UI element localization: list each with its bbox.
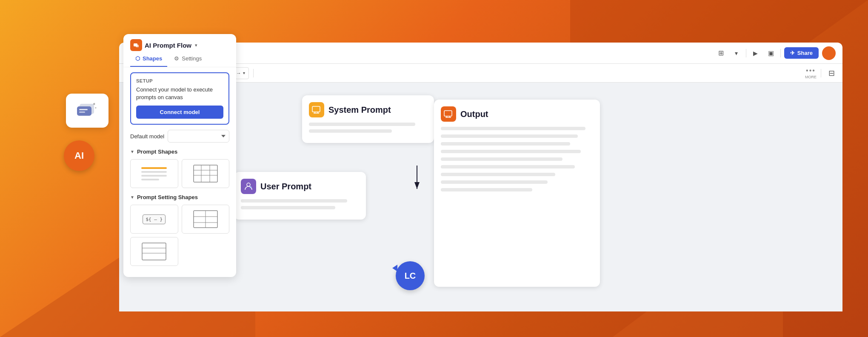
shape-lines-yellow xyxy=(141,167,167,180)
system-prompt-icon xyxy=(309,102,324,117)
logo-svg xyxy=(133,42,140,49)
setting-shape-3-preview xyxy=(137,241,171,262)
user-prompt-header: User Prompt xyxy=(241,179,359,194)
prompt-shapes-label: Prompt Shapes xyxy=(137,149,177,155)
panel-chevron-icon[interactable]: ▾ xyxy=(195,43,197,48)
svg-rect-17 xyxy=(142,243,166,260)
prompt-settings-grid: ${ — } xyxy=(130,205,229,266)
output-line-9 xyxy=(441,188,532,191)
output-icon-svg xyxy=(444,110,453,118)
more-dots-icon: ••• xyxy=(806,67,816,74)
setup-text: Connect your model to execute prompts on… xyxy=(136,86,223,101)
setup-box: SETUP Connect your model to execute prom… xyxy=(130,72,229,125)
share-label: Share xyxy=(797,50,813,56)
ai-icon-widget: ✦ ✦ xyxy=(66,94,108,128)
svg-rect-2 xyxy=(79,109,88,110)
shapes-tab-icon: ⬡ xyxy=(135,55,140,62)
model-select[interactable] xyxy=(168,130,229,143)
tab-settings[interactable]: ⚙ Settings xyxy=(169,51,207,67)
toolbar-separator-2 xyxy=(746,49,746,57)
user-prompt-line-2 xyxy=(241,206,335,209)
svg-rect-3 xyxy=(79,111,85,113)
default-model-row: Default model xyxy=(130,130,229,143)
ai-icon-svg: ✦ ✦ xyxy=(76,101,98,120)
user-avatar[interactable] xyxy=(822,46,836,60)
lc-badge: LC xyxy=(396,261,425,290)
ai-badge-label: AI xyxy=(74,150,84,161)
shape-yellow-line xyxy=(141,167,167,169)
arrow-right-icon: → xyxy=(236,70,241,76)
svg-point-27 xyxy=(247,183,250,186)
setting-shape-2-preview xyxy=(188,208,223,230)
panel-logo-row: AI Prompt Flow ▾ xyxy=(123,34,236,51)
output-line-7 xyxy=(441,173,555,176)
panel-tabs: ⬡ Shapes ⚙ Settings xyxy=(123,51,236,67)
system-prompt-line-1 xyxy=(309,123,415,126)
toolbar2-sep-3 xyxy=(821,69,821,77)
user-prompt-card[interactable]: User Prompt xyxy=(234,172,366,220)
svg-rect-29 xyxy=(444,111,452,116)
setting-table-svg xyxy=(193,210,218,228)
variable-shape: ${ — } xyxy=(143,214,166,224)
share-icon: ✈ xyxy=(790,50,795,56)
sidebar-toggle-button[interactable]: ⊟ xyxy=(825,67,837,79)
ai-badge: AI xyxy=(64,140,94,171)
shape-table-svg xyxy=(193,164,218,183)
output-icon xyxy=(441,106,456,122)
share-button[interactable]: ✈ Share xyxy=(784,47,819,59)
prompt-shape-1[interactable] xyxy=(130,159,178,188)
output-line-5 xyxy=(441,157,562,161)
system-prompt-line-2 xyxy=(309,129,392,133)
present-button[interactable]: ⊞ xyxy=(715,47,727,59)
prompt-shape-1-preview xyxy=(137,163,171,184)
prompt-settings-header[interactable]: ▼ Prompt Setting Shapes xyxy=(130,194,229,200)
system-prompt-card[interactable]: System Prompt xyxy=(302,95,434,143)
system-prompt-title: System Prompt xyxy=(328,105,391,115)
more-label: MORE xyxy=(805,75,817,79)
output-title: Output xyxy=(460,109,488,119)
svg-rect-1 xyxy=(77,106,91,116)
shape-gray-line-1 xyxy=(141,171,167,173)
dropdown-button[interactable]: ▾ xyxy=(731,47,742,59)
record-button[interactable]: ▣ xyxy=(765,47,777,59)
setting-shape-2[interactable] xyxy=(182,205,230,234)
user-prompt-icon-svg xyxy=(244,182,253,191)
toolbar-separator-3 xyxy=(780,49,781,57)
play-button[interactable]: ▶ xyxy=(750,47,762,59)
logo-icon[interactable] xyxy=(130,39,142,51)
more-button[interactable]: ••• MORE xyxy=(805,67,817,79)
setting-table2-svg xyxy=(141,242,167,261)
svg-rect-23 xyxy=(312,106,320,112)
output-line-1 xyxy=(441,127,585,130)
panel-body: SETUP Connect your model to execute prom… xyxy=(123,67,236,277)
svg-text:✦: ✦ xyxy=(94,106,97,109)
settings-tab-label: Settings xyxy=(182,55,202,62)
svg-rect-8 xyxy=(194,165,217,182)
svg-rect-7 xyxy=(136,45,139,47)
prompt-shape-2[interactable] xyxy=(182,159,230,188)
svg-text:✦: ✦ xyxy=(92,102,96,106)
lc-badge-label: LC xyxy=(405,271,416,281)
setting-shape-1[interactable]: ${ — } xyxy=(130,205,178,234)
toolbar2-sep-2 xyxy=(253,69,254,77)
setup-label: SETUP xyxy=(136,78,223,83)
connect-model-button[interactable]: Connect model xyxy=(136,106,223,119)
output-line-8 xyxy=(441,180,548,184)
prompt-shapes-header[interactable]: ▼ Prompt Shapes xyxy=(130,149,229,155)
setting-shape-3[interactable] xyxy=(130,237,178,266)
prompt-shapes-grid xyxy=(130,159,229,188)
user-prompt-title: User Prompt xyxy=(260,182,311,191)
left-panel: AI Prompt Flow ▾ ⬡ Shapes ⚙ Settings SET… xyxy=(123,34,236,277)
prompt-settings-label: Prompt Setting Shapes xyxy=(137,194,198,200)
shape-gray-line-3 xyxy=(141,179,159,180)
tab-shapes[interactable]: ⬡ Shapes xyxy=(130,51,167,67)
output-card[interactable]: Output xyxy=(434,100,600,287)
system-prompt-icon-svg xyxy=(312,106,321,114)
system-prompt-header: System Prompt xyxy=(309,102,427,117)
arrow-dropdown-icon: ▾ xyxy=(243,71,245,75)
default-model-label: Default model xyxy=(130,133,164,140)
output-line-2 xyxy=(441,134,578,138)
user-prompt-icon xyxy=(241,179,256,194)
setting-shape-1-preview: ${ — } xyxy=(137,208,171,230)
panel-title: AI Prompt Flow xyxy=(145,42,191,49)
